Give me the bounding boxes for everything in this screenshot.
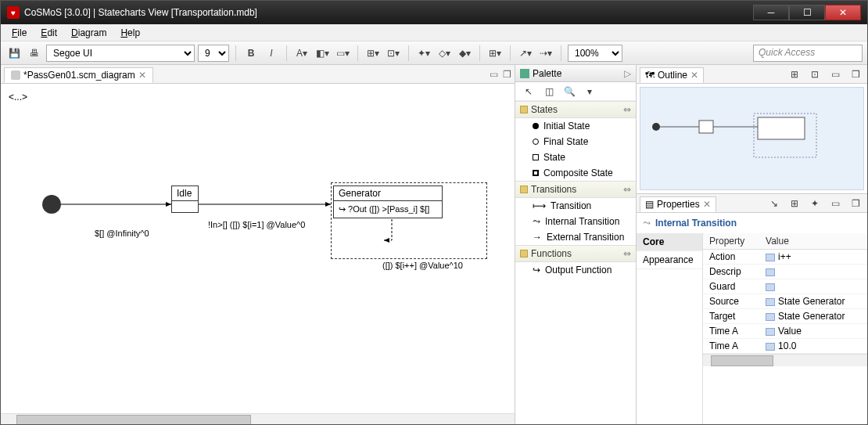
props-max-icon[interactable]: ❐ (847, 195, 864, 212)
editor-minimize-icon[interactable]: ▭ (490, 69, 498, 80)
canvas-ellipsis: <...> (9, 92, 27, 103)
toolbar-btn-5[interactable]: ◆▾ (456, 45, 473, 62)
property-row[interactable]: Guard (703, 279, 867, 294)
diagram-canvas[interactable]: <...> Idle Generator ↪ ?Out ([]) >[Pass_… (1, 84, 515, 413)
property-value[interactable]: i++ (759, 250, 867, 265)
select-tool-icon[interactable]: ↖ (520, 83, 537, 100)
property-row[interactable]: TargetState Generator (703, 309, 867, 324)
property-value[interactable]: Value (759, 324, 867, 339)
self-edge-label: ([]) $[i++] @Value^10 (382, 261, 463, 270)
idle-state-node[interactable]: Idle (171, 185, 199, 213)
toolbar-btn-7[interactable]: ↗▾ (517, 45, 534, 62)
property-name: Target (703, 309, 759, 324)
zoom-select[interactable]: 100% (568, 45, 622, 62)
property-value[interactable]: State Generator (759, 294, 867, 309)
toolbar-btn-3[interactable]: ✦▾ (415, 45, 432, 62)
props-hscrollbar[interactable] (703, 354, 867, 366)
print-icon[interactable]: 🖶 (26, 45, 43, 62)
palette-output-function[interactable]: ↪Output Function (515, 262, 636, 278)
outline-canvas[interactable] (640, 87, 864, 190)
palette-external-transition[interactable]: →External Transition (515, 229, 636, 245)
palette-cat-states[interactable]: States⇔ (515, 101, 636, 118)
toolbar-btn-1[interactable]: ⊞▾ (364, 45, 382, 62)
outline-icon: 🗺 (645, 70, 655, 81)
font-size-select[interactable]: 9 (198, 45, 229, 62)
props-tool-3[interactable]: ✦ (806, 195, 823, 212)
maximize-button[interactable]: ☐ (789, 5, 825, 20)
generator-state-label: Generator (334, 186, 442, 201)
fill-color-icon[interactable]: ◧▾ (314, 45, 331, 62)
palette-cat-transitions[interactable]: Transitions⇔ (515, 181, 636, 198)
outline-tab[interactable]: 🗺 Outline ✕ (640, 67, 704, 83)
close-button[interactable]: ✕ (825, 5, 861, 20)
props-tab-core[interactable]: Core (637, 233, 702, 251)
property-name: Source (703, 294, 759, 309)
props-col-value[interactable]: Value (759, 233, 867, 250)
property-row[interactable]: Time A10.0 (703, 339, 867, 354)
property-row[interactable]: Descrip (703, 265, 867, 279)
property-value[interactable] (759, 265, 867, 279)
edge2-label: !In>[] ([]) $[i=1] @Value^0 (208, 220, 305, 229)
font-color-icon[interactable]: A▾ (293, 45, 310, 62)
props-tool-1[interactable]: ↘ (766, 195, 783, 212)
zoom-tool-icon[interactable]: 🔍 (561, 83, 578, 100)
property-value[interactable] (759, 279, 867, 294)
toolbar-btn-6[interactable]: ⊞▾ (486, 45, 504, 62)
menu-edit[interactable]: Edit (34, 26, 63, 40)
toolbar-btn-2[interactable]: ⊡▾ (385, 45, 402, 62)
line-color-icon[interactable]: ▭▾ (334, 45, 351, 62)
outline-max-icon[interactable]: ❐ (847, 66, 864, 83)
editor-tabstrip: *PassGen01.scm_diagram ✕ ▭ ❐ (1, 65, 515, 84)
quick-access-input[interactable]: Quick Access (753, 45, 863, 62)
editor-tab[interactable]: *PassGen01.scm_diagram ✕ (4, 67, 153, 83)
palette-state[interactable]: State (515, 149, 636, 165)
title-bar: ♥ CoSMoS [3.0.0] | Statecharts View [Tra… (1, 1, 867, 24)
marquee-tool-icon[interactable]: ◫ (540, 83, 558, 100)
outline-tool-1[interactable]: ⊞ (786, 66, 803, 83)
palette-collapse-icon[interactable]: ▷ (624, 68, 631, 79)
toolbar-btn-4[interactable]: ◇▾ (436, 45, 453, 62)
palette-composite-state[interactable]: Composite State (515, 165, 636, 181)
property-value[interactable]: 10.0 (759, 339, 867, 354)
italic-icon[interactable]: I (263, 45, 280, 62)
tab-close-icon[interactable]: ✕ (138, 70, 146, 81)
generator-state-node[interactable]: Generator ↪ ?Out ([]) >[Pass_i] $[] (333, 185, 443, 218)
font-family-select[interactable]: Segoe UI (46, 45, 195, 62)
properties-close-icon[interactable]: ✕ (703, 199, 711, 210)
palette-icon (520, 69, 529, 78)
property-row[interactable]: Time AValue (703, 324, 867, 339)
props-min-icon[interactable]: ▭ (827, 195, 844, 212)
palette-initial-state[interactable]: Initial State (515, 118, 636, 134)
palette-cat-functions[interactable]: Functions⇔ (515, 245, 636, 262)
editor-maximize-icon[interactable]: ❐ (503, 69, 511, 80)
palette-final-state[interactable]: Final State (515, 134, 636, 149)
minimize-button[interactable]: ─ (753, 5, 789, 20)
props-col-property[interactable]: Property (703, 233, 759, 250)
property-name: Descrip (703, 265, 759, 279)
props-tool-2[interactable]: ⊞ (786, 195, 803, 212)
outline-close-icon[interactable]: ✕ (690, 70, 698, 81)
editor-hscrollbar[interactable] (1, 413, 515, 425)
initial-state-node[interactable] (42, 195, 61, 214)
props-tab-appearance[interactable]: Appearance (637, 251, 702, 269)
palette-panel: Palette ▷ ↖ ◫ 🔍 ▾ States⇔ Initial State … (515, 65, 637, 425)
palette-internal-transition[interactable]: ⤳Internal Transition (515, 214, 636, 229)
property-row[interactable]: SourceState Generator (703, 294, 867, 309)
property-name: Guard (703, 279, 759, 294)
note-tool-icon[interactable]: ▾ (581, 83, 598, 100)
property-name: Time A (703, 339, 759, 354)
toolbar-btn-8[interactable]: ⇢▾ (537, 45, 554, 62)
menu-diagram[interactable]: Diagram (65, 26, 113, 40)
property-value[interactable]: State Generator (759, 309, 867, 324)
save-icon[interactable]: 💾 (5, 45, 23, 62)
window-title: CoSMoS [3.0.0] | Statecharts View [Trans… (24, 7, 753, 18)
palette-transition[interactable]: ⟼Transition (515, 198, 636, 214)
menu-file[interactable]: File (5, 26, 33, 40)
properties-tab[interactable]: ▤ Properties ✕ (640, 196, 716, 212)
outline-tool-2[interactable]: ⊡ (806, 66, 823, 83)
bold-icon[interactable]: B (242, 45, 260, 62)
property-row[interactable]: Actioni++ (703, 250, 867, 265)
outline-min-icon[interactable]: ▭ (827, 66, 844, 83)
editor-tab-label: *PassGen01.scm_diagram (23, 70, 135, 81)
menu-help[interactable]: Help (114, 26, 146, 40)
